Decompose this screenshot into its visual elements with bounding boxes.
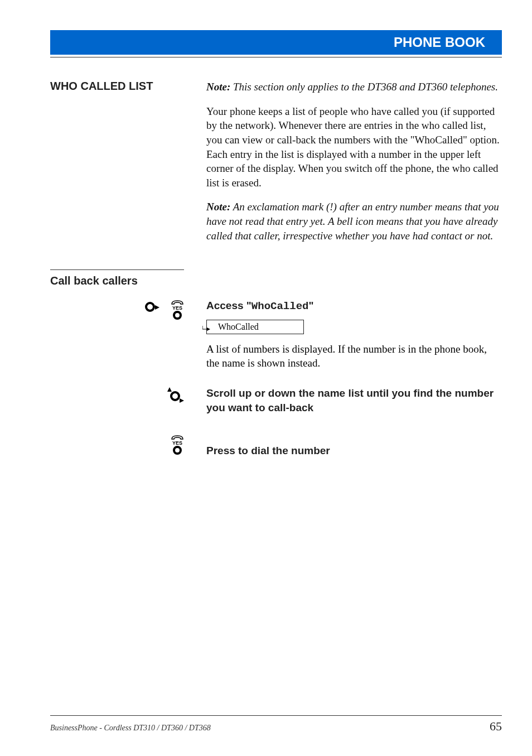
svg-point-0 [146, 303, 154, 311]
joystick-updown-icon [166, 387, 184, 403]
footer-page-number: 65 [490, 719, 502, 734]
yes-text-label-2: YES [172, 440, 182, 446]
section-header-text: PHONE BOOK [394, 35, 485, 50]
step-1-mono: WhoCalled [252, 300, 309, 312]
section-header: PHONE BOOK [50, 30, 502, 55]
subheading-call-back: Call back callers [50, 275, 502, 287]
display-text: WhoCalled [218, 322, 259, 331]
paragraph-1: Your phone keeps a list of people who ha… [206, 104, 502, 190]
section-body: Note: This section only applies to the D… [206, 80, 502, 253]
content-area: WHO CALLED LIST Note: This section only … [50, 80, 502, 477]
step-2-heading: Scroll up or down the name list until yo… [206, 386, 502, 415]
handset-icon [171, 300, 184, 305]
note-2: Note: An exclamation mark (!) after an e… [206, 200, 502, 243]
page-footer: BusinessPhone - Cordless DT310 / DT360 /… [50, 715, 502, 734]
note-1-text: This section only applies to the DT368 a… [230, 81, 498, 93]
step-2-row: Scroll up or down the name list until yo… [50, 386, 502, 418]
step-3-heading: Press to dial the number [206, 444, 502, 458]
yes-circle [173, 311, 182, 320]
step-1-heading: Access "WhoCalled" [206, 298, 502, 314]
step-3-row: YES Press to dial the number [50, 434, 502, 461]
step-2-icons [50, 386, 184, 403]
step-1-row: YES Access "WhoCalled" WhoCalled A list … [50, 298, 502, 370]
who-called-section: WHO CALLED LIST Note: This section only … [50, 80, 502, 253]
subsection-divider [50, 269, 184, 270]
step-1-body: A list of numbers is displayed. If the n… [206, 342, 502, 370]
yes-button-icon-2: YES [171, 435, 184, 455]
step-1-content: Access "WhoCalled" WhoCalled A list of n… [206, 298, 502, 370]
display-arrow-icon [202, 326, 210, 331]
joystick-right-icon [144, 300, 159, 313]
svg-point-1 [171, 392, 179, 400]
note-2-label: Note: [206, 201, 230, 213]
yes-text-label: YES [172, 305, 182, 311]
note-1-label: Note: [206, 81, 230, 93]
footer-product-name: BusinessPhone - Cordless DT310 / DT360 /… [50, 724, 211, 733]
yes-button-icon: YES [171, 300, 184, 320]
section-heading: WHO CALLED LIST [50, 80, 184, 93]
step-1-icons: YES [50, 298, 184, 320]
step-2-content: Scroll up or down the name list until yo… [206, 386, 502, 418]
yes-circle-2 [173, 446, 182, 455]
handset-icon-2 [171, 435, 184, 440]
note-2-text: An exclamation mark (!) after an entry n… [206, 201, 499, 241]
header-underline [50, 57, 502, 57]
step-3-icons: YES [50, 434, 184, 455]
phone-display-box: WhoCalled [206, 320, 304, 334]
step-3-content: Press to dial the number [206, 434, 502, 461]
note-1: Note: This section only applies to the D… [206, 80, 502, 94]
step-1-prefix: Access " [206, 300, 252, 311]
step-1-suffix: " [308, 300, 313, 311]
